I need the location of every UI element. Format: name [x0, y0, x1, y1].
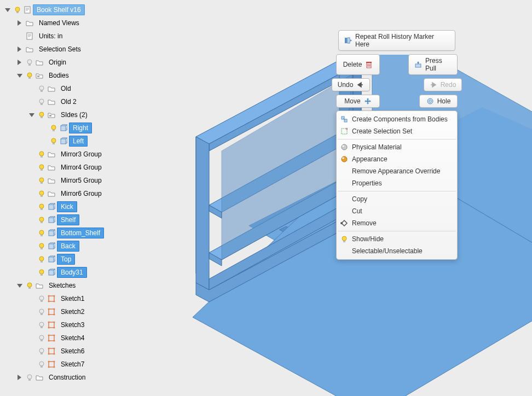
collapse-icon[interactable]: [15, 71, 24, 80]
hole-button[interactable]: Hole: [419, 95, 458, 108]
bulb-on-icon[interactable]: [25, 281, 34, 290]
bulb-on-icon[interactable]: [37, 255, 46, 264]
bulb-on-icon[interactable]: [37, 216, 46, 224]
menu-create-selection-set[interactable]: Create Selection Set: [337, 125, 457, 137]
tree-construction[interactable]: Construction: [2, 371, 188, 384]
expand-icon[interactable]: [15, 45, 24, 54]
tree-sketch6[interactable]: Sketch6: [2, 345, 188, 358]
body-icon: [47, 216, 56, 224]
root-label[interactable]: Book Shelf v16: [33, 4, 85, 15]
menu-selectable[interactable]: Selectable/Unselectable: [337, 245, 457, 257]
selection-set-icon: [340, 127, 349, 136]
bulb-on-icon[interactable]: [49, 124, 58, 132]
menu-remove-appearance[interactable]: Remove Appearance Override: [337, 165, 457, 177]
tree-mirror5[interactable]: Mirror5 Group: [2, 174, 188, 187]
menu-remove[interactable]: Remove: [337, 217, 457, 229]
tree-sketches[interactable]: Sketches: [2, 279, 188, 292]
sketch-icon: [47, 307, 56, 316]
tree-selection-sets[interactable]: Selection Sets: [2, 43, 188, 56]
bulb-on-icon[interactable]: [37, 176, 46, 185]
body-icon: [47, 202, 56, 211]
menu-physical-material[interactable]: Physical Material: [337, 141, 457, 153]
tree-top[interactable]: Top: [2, 253, 188, 266]
menu-properties[interactable]: Properties: [337, 177, 457, 189]
tree-sides[interactable]: SIdes (2): [2, 108, 188, 121]
folder-icon: [47, 150, 56, 159]
tree-origin[interactable]: Origin: [2, 56, 188, 69]
expand-icon[interactable]: [15, 58, 24, 67]
press-pull-button[interactable]: Press Pull: [408, 54, 458, 75]
undo-button[interactable]: Undo: [332, 78, 370, 91]
menu-show-hide[interactable]: Show/Hide: [337, 233, 457, 245]
hole-icon: [426, 97, 434, 105]
tree-right[interactable]: Right: [2, 121, 188, 135]
tree-units[interactable]: Units: in: [2, 30, 188, 43]
bulb-off-icon[interactable]: [37, 84, 46, 93]
tree-mirror6[interactable]: Mirror6 Group: [2, 187, 188, 200]
expand-icon[interactable]: [3, 5, 12, 14]
bulb-off-icon[interactable]: [37, 307, 46, 316]
collapse-icon[interactable]: [15, 281, 24, 290]
expand-icon[interactable]: [15, 373, 24, 382]
bulb-on-icon[interactable]: [13, 5, 22, 14]
menu-create-components[interactable]: Create Components from Bodies: [337, 113, 457, 125]
bulb-on-icon[interactable]: [37, 202, 46, 211]
folder-icon: [25, 45, 34, 54]
bulb-off-icon[interactable]: [37, 347, 46, 356]
tree-bottom-shelf[interactable]: Bottom_Shelf: [2, 226, 188, 240]
tree-sketch4[interactable]: Sketch4: [2, 331, 188, 345]
tree-sketch2[interactable]: Sketch2: [2, 305, 188, 318]
tree-kick[interactable]: Kick: [2, 200, 188, 213]
tree-body31[interactable]: Body31: [2, 266, 188, 279]
bulb-on-icon[interactable]: [37, 229, 46, 237]
bulb-on-icon[interactable]: [37, 189, 46, 198]
tree-root[interactable]: Book Shelf v16: [2, 3, 188, 16]
repeat-icon: [344, 37, 352, 44]
bulb-on-icon[interactable]: [37, 163, 46, 172]
context-menu[interactable]: Create Components from Bodies Create Sel…: [336, 110, 458, 260]
tree-old2[interactable]: Old 2: [2, 95, 188, 108]
body-icon: [47, 229, 56, 237]
tree-sketch7[interactable]: Sketch7: [2, 358, 188, 371]
bulb-on-icon[interactable]: [37, 268, 46, 277]
tree-back[interactable]: Back: [2, 240, 188, 253]
move-button[interactable]: Move: [336, 95, 380, 108]
bulb-on-icon[interactable]: [37, 242, 46, 251]
page-icon: [25, 32, 34, 40]
menu-cut[interactable]: Cut: [337, 205, 457, 217]
menu-appearance[interactable]: Appearance: [337, 153, 457, 165]
bulb-on-icon[interactable]: [37, 110, 46, 119]
tree-sketch3[interactable]: Sketch3: [2, 318, 188, 331]
bulb-off-icon[interactable]: [37, 294, 46, 303]
tree-bodies[interactable]: Bodies: [2, 69, 188, 82]
components-icon: [340, 115, 349, 124]
collapse-icon[interactable]: [27, 110, 36, 119]
body-icon: [47, 242, 56, 251]
bulb-off-icon[interactable]: [37, 334, 46, 342]
remove-icon: [340, 219, 349, 228]
tree-sketch1[interactable]: Sketch1: [2, 292, 188, 305]
repeat-button[interactable]: Repeat Roll History Marker Here: [338, 30, 455, 51]
expand-icon[interactable]: [15, 19, 24, 27]
bulb-off-icon[interactable]: [25, 373, 34, 382]
menu-copy[interactable]: Copy: [337, 193, 457, 205]
bulb-off-icon[interactable]: [25, 58, 34, 67]
bulb-off-icon[interactable]: [37, 321, 46, 329]
browser-tree[interactable]: Book Shelf v16 Named Views Units: in Sel…: [2, 3, 188, 384]
bulb-off-icon[interactable]: [37, 360, 46, 369]
redo-button[interactable]: Redo: [424, 78, 462, 91]
tree-left[interactable]: Left: [2, 135, 188, 148]
bulb-on-icon[interactable]: [49, 137, 58, 145]
body-icon: [59, 137, 68, 145]
menu-separator: [338, 139, 456, 139]
tree-mirror4[interactable]: Mirror4 Group: [2, 161, 188, 174]
bulb-on-icon[interactable]: [25, 71, 34, 80]
tree-named-views[interactable]: Named Views: [2, 16, 188, 30]
bulb-on-icon[interactable]: [37, 150, 46, 159]
bulb-off-icon[interactable]: [37, 97, 46, 106]
delete-button[interactable]: Delete: [336, 54, 380, 75]
tree-old[interactable]: Old: [2, 82, 188, 95]
tree-shelf[interactable]: Shelf: [2, 213, 188, 226]
folder-icon: [47, 176, 56, 185]
tree-mirror3[interactable]: Mirror3 Group: [2, 148, 188, 161]
